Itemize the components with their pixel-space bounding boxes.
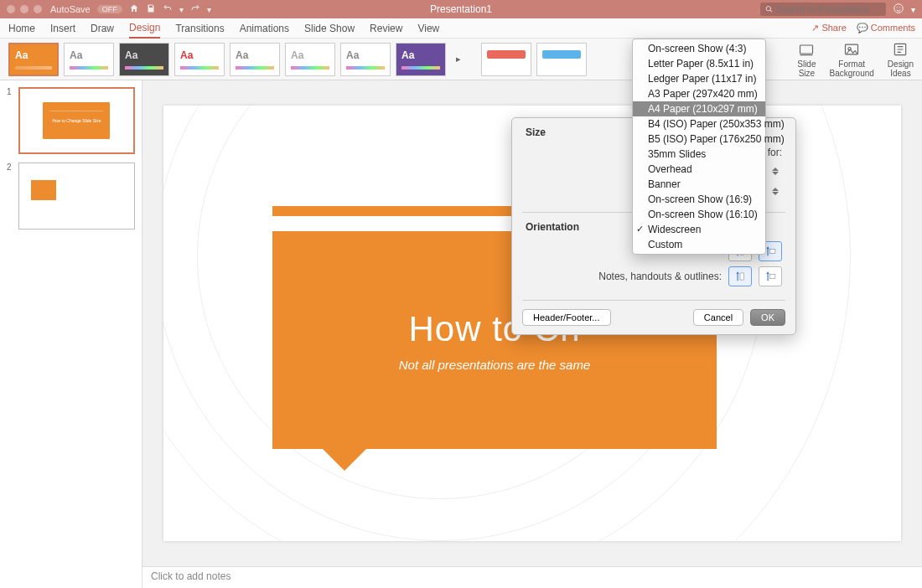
home-icon[interactable] xyxy=(129,3,139,15)
save-icon[interactable] xyxy=(146,3,156,15)
slide-subheading: Not all presentations are the same xyxy=(399,358,590,372)
notes-orient-label: Notes, handouts & outlines: xyxy=(598,271,722,282)
size-option[interactable]: B4 (ISO) Paper (250x353 mm) xyxy=(633,116,765,132)
size-option[interactable]: A3 Paper (297x420 mm) xyxy=(633,86,765,101)
tab-view[interactable]: View xyxy=(417,19,439,38)
design-ideas-button[interactable]: Design Ideas xyxy=(888,41,914,78)
ribbon-tabs: Home Insert Draw Design Transitions Anim… xyxy=(0,18,922,39)
zoom-icon[interactable] xyxy=(34,5,42,13)
variants-group xyxy=(481,43,587,76)
slide-thumbnails: 1 How to Change Slide Size 2 xyxy=(0,80,142,588)
size-option[interactable]: Overhead xyxy=(633,162,765,177)
undo-menu-icon[interactable]: ▾ xyxy=(179,5,184,14)
height-stepper[interactable] xyxy=(772,183,782,199)
size-option[interactable]: A4 Paper (210x297 mm) xyxy=(633,101,765,116)
width-stepper[interactable] xyxy=(772,163,782,178)
account-icon[interactable] xyxy=(893,3,904,16)
search-input[interactable] xyxy=(760,3,886,16)
theme-option-3[interactable]: Aa xyxy=(119,43,169,76)
thumb-number: 2 xyxy=(7,162,13,230)
format-background-label: Format Background xyxy=(829,59,873,78)
thumbnail-2[interactable] xyxy=(18,162,135,230)
tab-draw[interactable]: Draw xyxy=(91,19,114,38)
size-option[interactable]: On-screen Show (16:10) xyxy=(633,207,765,222)
thumb-title: How to Change Slide Size xyxy=(52,118,101,123)
theme-aa: Aa xyxy=(346,49,359,61)
variant-2[interactable] xyxy=(536,43,587,76)
design-ideas-label: Design Ideas xyxy=(888,59,914,78)
size-option[interactable]: Ledger Paper (11x17 in) xyxy=(633,71,765,86)
theme-option-2[interactable]: Aa xyxy=(64,43,114,76)
account-menu-icon[interactable]: ▾ xyxy=(911,5,915,14)
tab-slideshow[interactable]: Slide Show xyxy=(304,19,355,38)
size-option[interactable]: Banner xyxy=(633,177,765,192)
theme-aa: Aa xyxy=(125,49,137,61)
svg-point-2 xyxy=(899,7,900,8)
theme-aa: Aa xyxy=(15,49,28,61)
variant-1[interactable] xyxy=(481,43,531,76)
header-footer-button[interactable]: Header/Footer... xyxy=(522,309,611,326)
slide-size-button[interactable]: Slide Size xyxy=(797,41,816,78)
tab-insert[interactable]: Insert xyxy=(50,19,75,38)
qat-customize-icon[interactable]: ▾ xyxy=(207,5,211,14)
theme-option-6[interactable]: Aa xyxy=(285,43,335,76)
format-background-button[interactable]: Format Background xyxy=(829,41,873,78)
svg-point-0 xyxy=(894,4,904,13)
tab-animations[interactable]: Animations xyxy=(240,19,289,38)
svg-point-1 xyxy=(897,7,898,8)
size-option[interactable]: On-screen Show (4:3) xyxy=(633,41,765,56)
comments-label: Comments xyxy=(871,23,915,33)
theme-option-7[interactable]: Aa xyxy=(340,43,391,76)
thumbnail-1[interactable]: How to Change Slide Size xyxy=(18,87,135,154)
share-button[interactable]: ↗ Share xyxy=(811,23,846,34)
theme-aa: Aa xyxy=(70,49,82,61)
size-option[interactable]: Widescreen✓ xyxy=(633,222,765,237)
svg-rect-3 xyxy=(800,45,813,54)
tab-home[interactable]: Home xyxy=(8,19,35,38)
undo-icon[interactable] xyxy=(163,3,173,15)
thumb-number: 1 xyxy=(7,87,13,154)
theme-aa: Aa xyxy=(291,49,303,61)
autosave-toggle[interactable]: OFF xyxy=(97,5,122,13)
theme-option-1[interactable]: Aa xyxy=(8,43,59,76)
svg-rect-10 xyxy=(769,275,774,279)
callout-tail-icon xyxy=(323,449,366,471)
size-option[interactable]: On-screen Show (16:9) xyxy=(633,192,765,207)
svg-rect-9 xyxy=(740,273,744,280)
slide-size-dropdown[interactable]: On-screen Show (4:3)Letter Paper (8.5x11… xyxy=(632,39,766,255)
tab-review[interactable]: Review xyxy=(370,19,402,38)
themes-more-icon[interactable]: ▸ xyxy=(453,54,464,64)
size-option[interactable]: Letter Paper (8.5x11 in) xyxy=(633,56,765,71)
search-field[interactable] xyxy=(776,4,881,14)
theme-option-5[interactable]: Aa xyxy=(230,43,280,76)
window-controls[interactable] xyxy=(7,5,42,13)
comments-button[interactable]: 💬 Comments xyxy=(857,23,915,34)
slide-size-label: Slide Size xyxy=(797,59,816,78)
check-icon: ✓ xyxy=(636,224,644,235)
close-icon[interactable] xyxy=(7,5,15,13)
svg-rect-8 xyxy=(769,250,774,254)
size-option[interactable]: Custom xyxy=(633,237,765,252)
theme-option-4[interactable]: Aa xyxy=(174,43,225,76)
notes-pane[interactable]: Click to add notes xyxy=(142,566,922,588)
theme-aa: Aa xyxy=(236,49,248,61)
theme-aa: Aa xyxy=(401,49,414,61)
tab-transitions[interactable]: Transitions xyxy=(175,19,224,38)
titlebar: AutoSave OFF ▾ ▾ Presentation1 ▾ xyxy=(0,0,922,18)
minimize-icon[interactable] xyxy=(20,5,28,13)
share-label: Share xyxy=(821,23,846,33)
tab-design[interactable]: Design xyxy=(129,18,160,39)
theme-option-8[interactable]: Aa xyxy=(396,43,446,76)
notes-landscape-button[interactable] xyxy=(759,266,782,286)
ok-button[interactable]: OK xyxy=(750,309,785,326)
size-option[interactable]: 35mm Slides xyxy=(633,147,765,162)
autosave-label: AutoSave xyxy=(50,4,91,14)
size-option[interactable]: B5 (ISO) Paper (176x250 mm) xyxy=(633,132,765,147)
design-ribbon: Aa Aa Aa Aa Aa Aa Aa Aa ▸ Slide Size For… xyxy=(0,39,922,80)
theme-aa: Aa xyxy=(180,49,193,61)
notes-portrait-button[interactable] xyxy=(728,266,752,286)
cancel-button[interactable]: Cancel xyxy=(693,309,743,326)
redo-icon[interactable] xyxy=(190,3,200,15)
